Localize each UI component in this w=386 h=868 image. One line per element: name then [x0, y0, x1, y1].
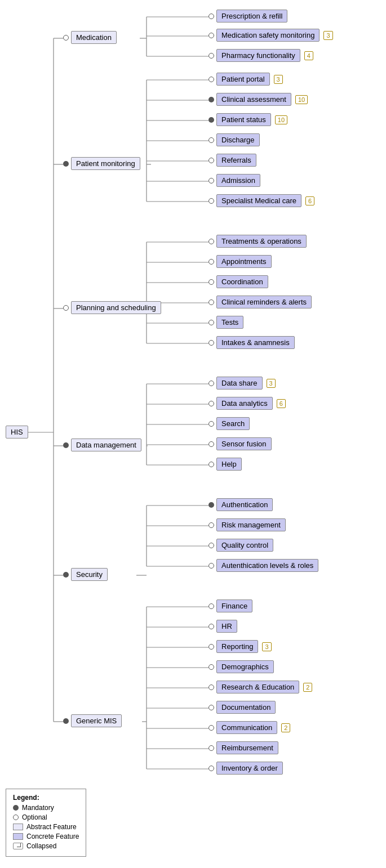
data-management-label[interactable]: Data management: [71, 439, 141, 451]
leaf-label[interactable]: Search: [216, 417, 250, 430]
badge: 4: [304, 51, 313, 60]
planning-label[interactable]: Planning and scheduling: [71, 301, 161, 314]
badge: 3: [323, 31, 332, 40]
category-medication[interactable]: Medication: [63, 31, 117, 44]
legend: Legend: Mandatory Optional Abstract Feat…: [6, 789, 86, 857]
leaf-label[interactable]: Data analytics: [216, 397, 273, 410]
leaf-discharge[interactable]: Discharge: [208, 133, 260, 146]
leaf-medication-safety[interactable]: Medication safety monitoring 3: [208, 29, 333, 42]
leaf-coordination[interactable]: Coordination: [208, 275, 268, 288]
category-security[interactable]: Security: [63, 568, 108, 581]
leaf-finance[interactable]: Finance: [208, 599, 252, 612]
leaf-label[interactable]: Patient status: [216, 113, 271, 126]
dot-optional: [208, 441, 214, 447]
leaf-prescription[interactable]: Prescription & refill: [208, 10, 287, 23]
leaf-label[interactable]: HR: [216, 620, 237, 633]
leaf-demographics[interactable]: Demographics: [208, 660, 274, 673]
category-generic-mis[interactable]: Generic MIS: [63, 714, 122, 727]
leaf-label[interactable]: Research & Education: [216, 681, 299, 693]
leaf-admission[interactable]: Admission: [208, 174, 260, 187]
dot-optional: [208, 279, 214, 285]
leaf-pharmacy[interactable]: Pharmacy functionality 4: [208, 49, 313, 62]
leaf-label[interactable]: Coordination: [216, 275, 268, 288]
leaf-label[interactable]: Inventory & order: [216, 762, 283, 775]
security-label[interactable]: Security: [71, 568, 108, 581]
leaf-label[interactable]: Authentication: [216, 498, 273, 511]
category-patient-monitoring[interactable]: Patient monitoring: [63, 157, 140, 170]
leaf-intakes[interactable]: Intakes & anamnesis: [208, 336, 295, 349]
leaf-label[interactable]: Patient portal: [216, 73, 270, 86]
leaf-label[interactable]: Data share: [216, 377, 263, 390]
category-data-management[interactable]: Data management: [63, 439, 141, 451]
leaf-label[interactable]: Tests: [216, 316, 243, 329]
leaf-risk-management[interactable]: Risk management: [208, 518, 286, 531]
leaf-quality-control[interactable]: Quality control: [208, 539, 273, 552]
leaf-label[interactable]: Demographics: [216, 660, 274, 673]
leaf-label[interactable]: Reimbursement: [216, 741, 278, 754]
leaf-label[interactable]: Referrals: [216, 154, 256, 167]
leaf-referrals[interactable]: Referrals: [208, 154, 256, 167]
leaf-search[interactable]: Search: [208, 417, 250, 430]
dot-optional: [208, 421, 214, 427]
leaf-reporting[interactable]: Reporting 3: [208, 640, 272, 653]
generic-mis-label[interactable]: Generic MIS: [71, 714, 122, 727]
leaf-label[interactable]: Reporting: [216, 640, 258, 653]
dot-optional: [208, 543, 214, 548]
dot-optional-planning: [63, 305, 69, 311]
leaf-data-share[interactable]: Data share 3: [208, 377, 276, 390]
leaf-research-education[interactable]: Research & Education 2: [208, 681, 312, 693]
leaf-label[interactable]: Treatments & operations: [216, 235, 307, 248]
leaf-tests[interactable]: Tests: [208, 316, 243, 329]
leaf-help[interactable]: Help: [208, 458, 242, 471]
medication-label[interactable]: Medication: [71, 31, 117, 44]
leaf-label[interactable]: Appointments: [216, 255, 272, 268]
leaf-label[interactable]: Prescription & refill: [216, 10, 287, 23]
category-planning[interactable]: Planning and scheduling: [63, 301, 161, 314]
leaf-clinical-assessment[interactable]: Clinical assessment 10: [208, 93, 308, 106]
leaf-label[interactable]: Communication: [216, 721, 277, 734]
leaf-auth-levels[interactable]: Autenthication levels & roles: [208, 559, 318, 572]
leaf-label[interactable]: Autenthication levels & roles: [216, 559, 318, 572]
dot-optional: [208, 705, 214, 710]
leaf-label[interactable]: Clinical assessment: [216, 93, 291, 106]
patient-monitoring-label[interactable]: Patient monitoring: [71, 157, 140, 170]
leaf-label[interactable]: Quality control: [216, 539, 273, 552]
root-node: HIS: [6, 426, 28, 439]
leaf-treatments[interactable]: Treatments & operations: [208, 235, 307, 248]
connector-lines: [0, 0, 386, 868]
dot-mandatory-security: [63, 572, 69, 578]
leaf-authentication[interactable]: Authentication: [208, 498, 273, 511]
leaf-label[interactable]: Clinical reminders & alerts: [216, 296, 312, 308]
leaf-label[interactable]: Finance: [216, 599, 252, 612]
leaf-label[interactable]: Medication safety monitoring: [216, 29, 320, 42]
dot-optional: [208, 766, 214, 771]
leaf-label[interactable]: Intakes & anamnesis: [216, 336, 295, 349]
leaf-patient-status[interactable]: Patient status 10: [208, 113, 287, 126]
leaf-label[interactable]: Sensor fusion: [216, 437, 272, 450]
leaf-data-analytics[interactable]: Data analytics 6: [208, 397, 286, 410]
legend-abstract-swatch: [13, 824, 23, 830]
leaf-hr[interactable]: HR: [208, 620, 237, 633]
leaf-specialist-medical-care[interactable]: Specialist Medical care 6: [208, 194, 314, 207]
leaf-clinical-reminders[interactable]: Clinical reminders & alerts: [208, 296, 312, 308]
leaf-reimbursement[interactable]: Reimbursement: [208, 741, 278, 754]
leaf-label[interactable]: Help: [216, 458, 242, 471]
leaf-communication[interactable]: Communication 2: [208, 721, 290, 734]
leaf-label[interactable]: Risk management: [216, 518, 286, 531]
leaf-label[interactable]: Admission: [216, 174, 260, 187]
dot-optional: [208, 563, 214, 569]
leaf-appointments[interactable]: Appointments: [208, 255, 272, 268]
dot-optional: [208, 624, 214, 629]
leaf-documentation[interactable]: Documentation: [208, 701, 276, 714]
leaf-label[interactable]: Specialist Medical care: [216, 194, 301, 207]
leaf-label[interactable]: Documentation: [216, 701, 276, 714]
leaf-inventory[interactable]: Inventory & order: [208, 762, 283, 775]
dot-optional: [208, 725, 214, 731]
badge: 2: [281, 723, 290, 732]
dot-mandatory: [208, 97, 214, 102]
leaf-label[interactable]: Pharmacy functionality: [216, 49, 300, 62]
root-label[interactable]: HIS: [6, 426, 28, 439]
leaf-patient-portal[interactable]: Patient portal 3: [208, 73, 283, 86]
leaf-sensor-fusion[interactable]: Sensor fusion: [208, 437, 272, 450]
leaf-label[interactable]: Discharge: [216, 133, 260, 146]
